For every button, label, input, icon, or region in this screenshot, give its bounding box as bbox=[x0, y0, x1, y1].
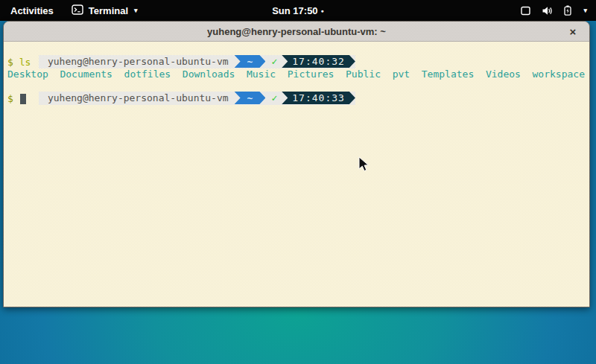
prompt-line-2: yuheng@henry-personal-ubuntu-vm~✓17:40:3… bbox=[4, 80, 589, 93]
chevron-down-icon: ▾ bbox=[134, 7, 138, 14]
shell-prompt-symbol: $ bbox=[7, 57, 13, 68]
notification-dot: ● bbox=[321, 8, 324, 13]
window-titlebar[interactable]: yuheng@henry-personal-ubuntu-vm: ~ × bbox=[4, 22, 589, 42]
terminal-window: yuheng@henry-personal-ubuntu-vm: ~ × yuh… bbox=[3, 21, 590, 307]
prompt-band: yuheng@henry-personal-ubuntu-vm~✓17:40:3… bbox=[39, 55, 355, 68]
terminal-icon bbox=[72, 4, 83, 17]
display-icon bbox=[521, 6, 530, 16]
prompt-cwd-segment: ~ bbox=[235, 92, 266, 104]
status-check-icon: ✓ bbox=[271, 56, 277, 68]
battery-charging-icon bbox=[564, 5, 571, 16]
app-menu-button[interactable]: Terminal ▾ bbox=[64, 0, 145, 21]
window-title: yuheng@henry-personal-ubuntu-vm: ~ bbox=[207, 26, 386, 37]
mouse-cursor-icon bbox=[358, 156, 369, 175]
ls-output-line: Desktop Documents dotfiles Downloads Mus… bbox=[4, 68, 589, 80]
prompt-line-1: yuheng@henry-personal-ubuntu-vm~✓17:40:3… bbox=[4, 43, 589, 57]
prompt-time-segment: 17:40:32 bbox=[282, 55, 355, 68]
dir-entry: Downloads bbox=[183, 68, 235, 80]
dir-entry: Desktop bbox=[7, 68, 48, 80]
top-bar: Activities Terminal ▾ Sun 17:50 ● bbox=[0, 0, 596, 21]
prompt-user-host: yuheng@henry-personal-ubuntu-vm bbox=[48, 56, 229, 68]
shell-prompt-symbol: $ bbox=[7, 93, 13, 104]
clock-label: Sun 17:50 bbox=[272, 5, 317, 16]
top-bar-left: Activities Terminal ▾ bbox=[0, 0, 145, 21]
volume-icon bbox=[542, 6, 553, 16]
dir-entry: pvt bbox=[393, 68, 410, 80]
dir-entry: Pictures bbox=[288, 68, 335, 80]
terminal-cursor bbox=[20, 94, 26, 104]
chevron-down-icon: ▾ bbox=[583, 7, 587, 14]
status-check-icon: ✓ bbox=[271, 92, 277, 104]
dir-entry: dotfiles bbox=[124, 68, 171, 80]
close-icon[interactable]: × bbox=[563, 22, 583, 42]
dir-entry: Public bbox=[346, 68, 381, 80]
prompt-user-host: yuheng@henry-personal-ubuntu-vm bbox=[48, 92, 229, 104]
clock-button[interactable]: Sun 17:50 ● bbox=[272, 0, 324, 21]
dir-entry: Videos bbox=[486, 68, 521, 80]
prompt-time-segment: 17:40:33 bbox=[282, 92, 355, 104]
app-menu-label: Terminal bbox=[89, 5, 128, 16]
terminal-content[interactable]: yuheng@henry-personal-ubuntu-vm~✓17:40:3… bbox=[4, 42, 589, 307]
dir-entry: Templates bbox=[422, 68, 474, 80]
prompt-cwd-segment: ~ bbox=[235, 55, 266, 68]
dir-entry: Documents bbox=[60, 68, 112, 80]
activities-label: Activities bbox=[10, 5, 54, 16]
prompt-band: yuheng@henry-personal-ubuntu-vm~✓17:40:3… bbox=[39, 92, 355, 105]
dir-entry: Music bbox=[247, 68, 276, 80]
system-menu[interactable]: ▾ bbox=[512, 0, 596, 21]
activities-button[interactable]: Activities bbox=[0, 0, 64, 21]
command-text: ls bbox=[19, 57, 31, 68]
dir-entry: workspace bbox=[533, 68, 585, 80]
